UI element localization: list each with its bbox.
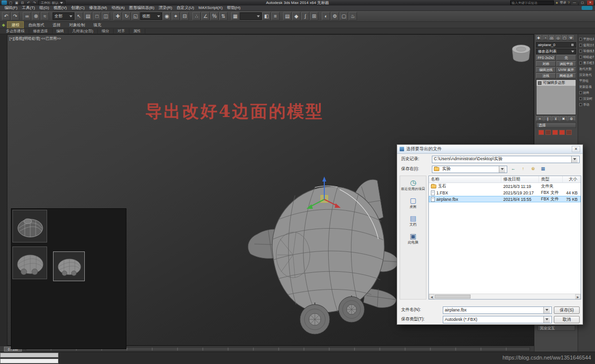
checkbox-icon[interactable]	[579, 44, 582, 47]
scroll-left-icon[interactable]: ◀	[429, 294, 434, 299]
menu-tools[interactable]: 工具(T)	[20, 5, 37, 10]
menu-group[interactable]: 组(G)	[37, 5, 51, 10]
modifier-button-editnormals[interactable]: 编辑法线	[536, 67, 556, 72]
rotate-icon[interactable]: ↻	[122, 12, 131, 20]
column-name[interactable]: 名称	[429, 176, 501, 182]
layer-manager-icon[interactable]: ▤	[283, 12, 292, 20]
strip-option[interactable]: 显示框架	[579, 60, 594, 66]
modifier-button-shell[interactable]: 壳	[556, 55, 576, 61]
modifier-button-normal[interactable]: 法线	[536, 73, 556, 78]
infocenter-search-input[interactable]	[510, 0, 554, 5]
graphite-logo-icon[interactable]: ◆	[2, 23, 5, 27]
selection-filter-dropdown[interactable]: 全部	[53, 12, 74, 20]
ribbon-tab-populate[interactable]: 填充	[89, 22, 105, 28]
use-center-icon[interactable]: ◉	[163, 12, 171, 20]
radio-icon[interactable]	[579, 91, 582, 94]
select-object-icon[interactable]: ↖	[75, 12, 83, 20]
ribbon-group-polymodeling[interactable]: 多边形建模	[2, 29, 29, 34]
border-subobject-button[interactable]	[552, 130, 558, 135]
ribbon-group-subdivision[interactable]: 细分	[98, 29, 114, 34]
select-link-icon[interactable]: ∞	[23, 12, 31, 20]
strip-option[interactable]: 使用法线	[579, 42, 594, 48]
close-button[interactable]: ✕	[587, 0, 594, 5]
configure-stack-icon[interactable]: ⚙	[568, 116, 575, 121]
model-thumbnail-1[interactable]	[12, 210, 47, 243]
menu-rendering[interactable]: 渲染(R)	[157, 5, 174, 10]
radio-icon[interactable]	[579, 97, 582, 100]
signin-button[interactable]: 登录	[560, 0, 566, 5]
model-thumbnail-3[interactable]	[53, 251, 85, 281]
menu-graph-editors[interactable]: 图形编辑器(B)	[127, 5, 156, 10]
ribbon-group-align[interactable]: 对齐	[114, 29, 129, 34]
modifier-button-meshselect[interactable]: 网格选择	[556, 73, 576, 78]
history-dropdown[interactable]: C:\Users\Administrator\Desktop\实验	[432, 156, 580, 163]
airplane-model[interactable]	[240, 170, 404, 343]
place-desktop[interactable]: ▢ 桌面	[400, 197, 426, 209]
strip-option[interactable]: 等值线显示	[579, 48, 594, 54]
maxscript-mini-listener-input[interactable]	[0, 359, 59, 364]
rendered-frame-icon[interactable]: ▢	[340, 12, 348, 20]
app-logo-icon[interactable]	[1, 0, 7, 5]
ribbon-tab-freeform[interactable]: 自由形式	[24, 22, 48, 28]
dropdown-button[interactable]	[499, 166, 505, 173]
ribbon-group-properties[interactable]: 属性	[129, 29, 145, 34]
strip-option[interactable]: 手动	[579, 102, 594, 108]
motion-tab-icon[interactable]: ◎	[555, 35, 561, 40]
unlink-icon[interactable]: ⊗	[32, 12, 40, 20]
make-unique-icon[interactable]: ⊻	[552, 116, 559, 121]
checkbox-icon[interactable]	[579, 56, 582, 59]
object-color-swatch[interactable]	[571, 43, 574, 47]
undo-quick-icon[interactable]: ↶	[26, 0, 31, 5]
modifier-button-symmetry[interactable]: 对称	[536, 61, 556, 66]
mirror-icon[interactable]: ◧	[262, 12, 271, 20]
back-icon[interactable]: ←	[509, 166, 517, 173]
element-subobject-button[interactable]	[566, 130, 572, 135]
new-folder-icon[interactable]: ⊕	[529, 166, 537, 173]
file-row-fbx1[interactable]: 1.FBX 2021/5/19 20:17 FBX 文件 44 KB	[429, 189, 581, 196]
save-button[interactable]: 保存(S)	[554, 306, 580, 314]
spinner-snap-icon[interactable]: ⇅	[219, 12, 228, 20]
strip-option[interactable]: 迭代次数	[579, 66, 594, 72]
modifier-button-turbosmooth[interactable]: 涡轮平滑	[556, 61, 576, 66]
pin-stack-icon[interactable]: ≡	[536, 116, 543, 121]
stack-item-editable-poly[interactable]: 可编辑多边形	[536, 80, 576, 86]
hierarchy-tab-icon[interactable]: 品	[549, 35, 554, 40]
file-row-airplane-selected[interactable]: airplane.fbx 2021/6/4 15:55 FBX 文件 75 KB	[429, 196, 581, 202]
help-icon[interactable]: ?	[568, 0, 570, 5]
strip-option[interactable]: 平滑组	[579, 78, 594, 84]
ribbon-tab-selection[interactable]: 选择	[49, 22, 64, 28]
undo-icon[interactable]: ↶	[2, 12, 10, 20]
strip-option[interactable]: 渲染时	[579, 96, 594, 102]
display-tab-icon[interactable]: ▢	[562, 35, 567, 40]
horizontal-scrollbar[interactable]: ◀ ▶	[429, 294, 581, 299]
select-by-name-icon[interactable]: ▤	[84, 12, 92, 20]
ribbon-group-edit[interactable]: 编辑	[53, 29, 68, 34]
column-date[interactable]: 修改日期	[501, 176, 539, 182]
graphite-toggle-icon[interactable]: ◆	[292, 12, 300, 20]
select-manipulate-icon[interactable]: ✦	[172, 12, 180, 20]
modify-tab-icon[interactable]: ◔	[542, 35, 548, 40]
checkbox-icon[interactable]	[579, 50, 582, 53]
render-setup-icon[interactable]: ⚙	[331, 12, 339, 20]
menu-modifiers[interactable]: 修改器(M)	[87, 5, 109, 10]
checkbox-icon[interactable]	[579, 61, 582, 64]
view-widget-cylinder[interactable]	[507, 42, 534, 65]
column-type[interactable]: 类型	[539, 176, 563, 182]
keyboard-override-icon[interactable]: ⊟	[180, 12, 189, 20]
strip-option[interactable]: 渲染迭代	[579, 72, 594, 78]
named-selection-dropdown[interactable]	[240, 12, 262, 20]
minimize-button[interactable]: —	[571, 0, 578, 5]
cancel-button[interactable]: 取消	[554, 316, 580, 323]
selection-rollout-header[interactable]: 选择	[536, 122, 576, 128]
edge-subobject-button[interactable]	[545, 130, 551, 135]
file-row-folder[interactable]: 玉石 2021/6/3 11:19 文件夹	[429, 183, 581, 189]
modifier-list-dropdown[interactable]: 修改器列表	[536, 49, 576, 54]
ribbon-tab-modeling[interactable]: 建模	[7, 21, 24, 29]
menu-create[interactable]: 创建(C)	[69, 5, 87, 10]
strip-option[interactable]: 平滑结果	[579, 36, 594, 42]
column-size[interactable]: 大小	[563, 176, 580, 182]
interactive-rollout-header[interactable]: 完全交互	[537, 325, 575, 331]
save-file-icon[interactable]: ⊟	[20, 0, 25, 5]
create-tab-icon[interactable]: ✚	[536, 35, 541, 40]
radio-icon[interactable]	[579, 103, 582, 106]
